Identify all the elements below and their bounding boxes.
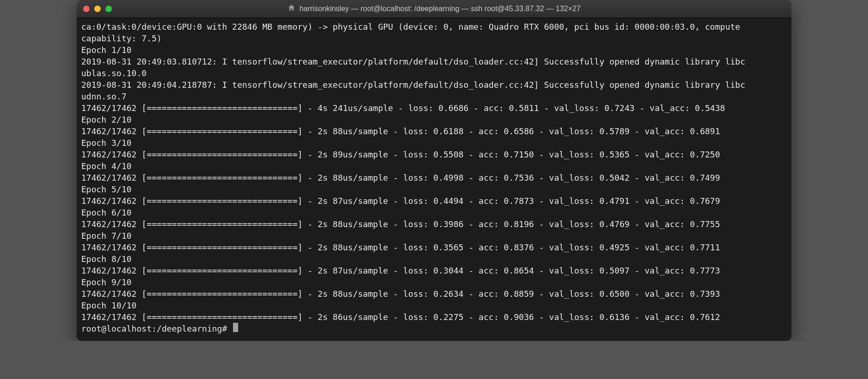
progress-line: 17462/17462 [===========================… [81, 312, 720, 322]
window-title: harrisonkinsley — root@localhost: /deepl… [77, 4, 791, 14]
progress-line: 17462/17462 [===========================… [81, 103, 725, 113]
epoch-line: Epoch 4/10 [81, 161, 131, 171]
window-controls [83, 6, 112, 12]
epoch-line: Epoch 8/10 [81, 254, 131, 264]
terminal-body[interactable]: ca:0/task:0/device:GPU:0 with 22846 MB m… [77, 18, 791, 341]
epoch-line: Epoch 7/10 [81, 231, 131, 241]
output-line: ublas.so.10.0 [81, 68, 147, 78]
close-icon[interactable] [83, 6, 90, 12]
progress-line: 17462/17462 [===========================… [81, 126, 720, 136]
epoch-line: Epoch 6/10 [81, 208, 131, 217]
progress-line: 17462/17462 [===========================… [81, 173, 720, 183]
progress-line: 17462/17462 [===========================… [81, 289, 720, 299]
progress-line: 17462/17462 [===========================… [81, 242, 720, 252]
output-line: udnn.so.7 [81, 91, 127, 101]
window-title-text: harrisonkinsley — root@localhost: /deepl… [299, 5, 581, 13]
output-line: ca:0/task:0/device:GPU:0 with 22846 MB m… [81, 22, 740, 32]
progress-line: 17462/17462 [===========================… [81, 266, 720, 275]
progress-line: 17462/17462 [===========================… [81, 150, 720, 159]
epoch-line: Epoch 10/10 [81, 301, 136, 310]
terminal-window: harrisonkinsley — root@localhost: /deepl… [77, 0, 791, 341]
epoch-line: Epoch 9/10 [81, 277, 131, 287]
epoch-line: Epoch 3/10 [81, 138, 131, 148]
home-icon [287, 4, 296, 14]
output-line: capability: 7.5) [81, 33, 162, 43]
shell-prompt[interactable]: root@localhost:/deeplearning# [81, 324, 232, 333]
titlebar[interactable]: harrisonkinsley — root@localhost: /deepl… [77, 0, 791, 18]
epoch-line: Epoch 2/10 [81, 115, 131, 124]
output-line: 2019-08-31 20:49:04.218787: I tensorflow… [81, 80, 745, 90]
cursor-icon [233, 323, 238, 332]
zoom-icon[interactable] [105, 6, 112, 12]
progress-line: 17462/17462 [===========================… [81, 196, 720, 206]
progress-line: 17462/17462 [===========================… [81, 219, 720, 229]
epoch-line: Epoch 1/10 [81, 45, 131, 55]
epoch-line: Epoch 5/10 [81, 184, 131, 194]
output-line: 2019-08-31 20:49:03.810712: I tensorflow… [81, 57, 745, 66]
minimize-icon[interactable] [94, 6, 101, 12]
